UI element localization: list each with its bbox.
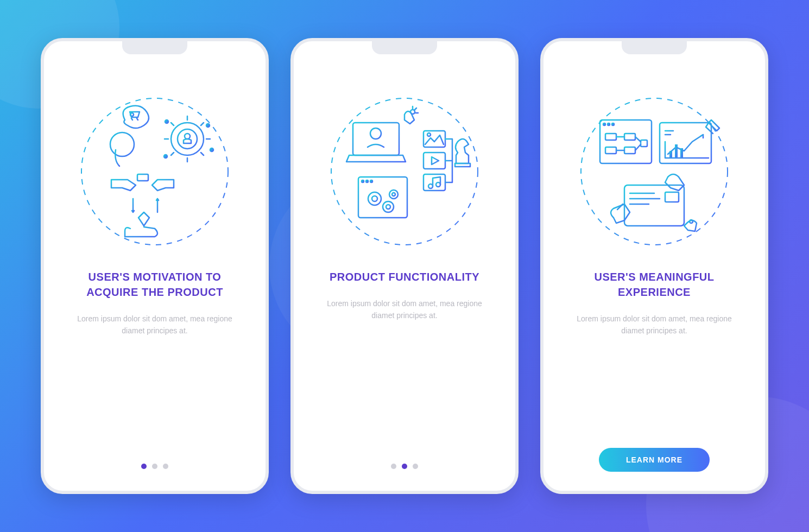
screen-body: Lorem ipsum dolor sit dom amet, mea regi…: [73, 313, 236, 337]
svg-point-28: [383, 201, 394, 212]
svg-point-27: [372, 196, 377, 201]
svg-rect-44: [675, 144, 678, 157]
dot-2[interactable]: [152, 464, 157, 469]
dot-1[interactable]: [141, 464, 147, 469]
screen-title: USER'S MEANINGFUL EXPERIENCE: [578, 269, 730, 300]
dot-2[interactable]: [402, 464, 407, 469]
screen-title: USER'S MOTIVATION TO ACQUIRE THE PRODUCT: [79, 269, 231, 300]
phone-notch: [122, 41, 187, 54]
svg-point-25: [370, 180, 372, 182]
svg-point-8: [165, 120, 168, 123]
svg-rect-47: [665, 192, 679, 202]
svg-rect-46: [624, 185, 684, 226]
svg-point-16: [427, 133, 431, 136]
dot-1[interactable]: [391, 464, 396, 469]
screen-body: Lorem ipsum dolor sit dom amet, mea regi…: [323, 297, 486, 322]
svg-rect-10: [137, 174, 148, 181]
svg-rect-41: [641, 140, 647, 147]
svg-point-26: [368, 192, 381, 205]
svg-point-6: [206, 124, 210, 127]
dot-3[interactable]: [413, 464, 418, 469]
experience-illustration: [573, 90, 736, 253]
svg-point-34: [603, 123, 605, 125]
svg-rect-17: [424, 153, 445, 169]
svg-point-9: [164, 155, 167, 158]
dot-3[interactable]: [163, 464, 168, 469]
svg-point-29: [386, 205, 390, 209]
svg-point-30: [389, 190, 398, 199]
phone-notch: [622, 41, 687, 54]
svg-point-5: [185, 134, 190, 139]
svg-rect-38: [624, 134, 635, 140]
svg-rect-40: [624, 147, 635, 154]
motivation-illustration: [73, 90, 236, 253]
svg-rect-33: [600, 120, 652, 163]
svg-rect-21: [455, 163, 470, 167]
svg-point-1: [110, 132, 134, 156]
onboarding-screen-1: USER'S MOTIVATION TO ACQUIRE THE PRODUCT…: [41, 38, 269, 494]
svg-point-23: [362, 180, 364, 182]
functionality-illustration: [323, 90, 486, 253]
svg-point-36: [612, 123, 614, 125]
svg-point-24: [366, 180, 368, 182]
svg-point-0: [81, 98, 228, 245]
screen-title: PRODUCT FUNCTIONALITY: [330, 269, 479, 284]
svg-rect-43: [669, 151, 672, 157]
svg-rect-37: [605, 134, 616, 140]
pagination-dots: [391, 464, 418, 469]
svg-rect-22: [358, 177, 407, 218]
svg-point-31: [392, 193, 395, 196]
svg-point-7: [210, 148, 213, 151]
svg-point-35: [608, 123, 610, 125]
onboarding-screen-2: PRODUCT FUNCTIONALITY Lorem ipsum dolor …: [290, 38, 519, 494]
svg-rect-18: [424, 174, 445, 191]
phone-notch: [372, 41, 437, 54]
pagination-dots: [141, 464, 168, 469]
onboarding-screen-3: USER'S MEANINGFUL EXPERIENCE Lorem ipsum…: [540, 38, 768, 494]
svg-point-13: [370, 128, 381, 139]
svg-rect-45: [680, 148, 683, 157]
svg-point-48: [690, 220, 693, 223]
learn-more-button[interactable]: LEARN MORE: [599, 448, 710, 472]
svg-rect-39: [605, 147, 616, 154]
screen-body: Lorem ipsum dolor sit dom amet, mea regi…: [573, 313, 736, 337]
